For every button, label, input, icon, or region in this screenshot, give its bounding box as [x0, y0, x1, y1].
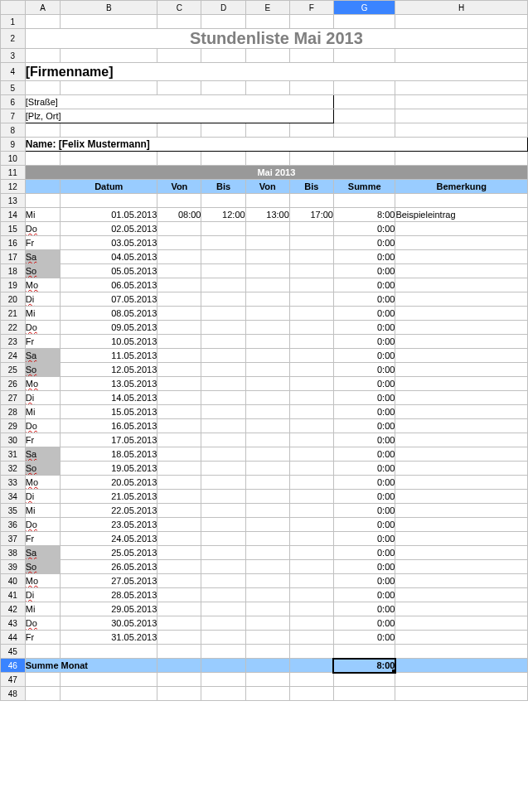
day-abbr[interactable]: Di	[25, 588, 61, 602]
row-header-7[interactable]: 7	[1, 109, 26, 123]
row-header-35[interactable]: 35	[1, 504, 26, 518]
day-abbr[interactable]: Sa	[25, 349, 61, 363]
cell[interactable]	[395, 645, 528, 659]
summe-cell[interactable]: 0:00	[333, 321, 395, 335]
date-cell[interactable]: 18.05.2013	[61, 447, 157, 462]
summe-cell[interactable]: 0:00	[333, 349, 395, 363]
cell[interactable]	[395, 687, 528, 701]
cell[interactable]	[157, 673, 201, 687]
date-cell[interactable]: 08.05.2013	[61, 307, 157, 321]
bemerkung-cell[interactable]	[395, 631, 528, 645]
von2-cell[interactable]	[245, 307, 289, 321]
summe-monat-value[interactable]: 8:00	[333, 659, 395, 673]
day-abbr[interactable]: So	[25, 363, 61, 377]
day-abbr[interactable]: Di	[25, 391, 61, 405]
von2-cell[interactable]	[245, 462, 289, 476]
bemerkung-cell[interactable]	[395, 433, 528, 447]
row-header-11[interactable]: 11	[1, 166, 26, 180]
bis2-cell[interactable]	[289, 419, 333, 433]
bemerkung-cell[interactable]	[395, 250, 528, 264]
row-header-39[interactable]: 39	[1, 560, 26, 574]
von1-cell[interactable]	[157, 321, 201, 335]
date-cell[interactable]: 01.05.2013	[61, 208, 157, 222]
day-abbr[interactable]: Fr	[25, 433, 61, 447]
cell[interactable]	[395, 123, 528, 138]
bis1-cell[interactable]	[201, 560, 245, 574]
von2-cell[interactable]	[245, 292, 289, 307]
bis1-cell[interactable]	[201, 405, 245, 419]
von2-cell[interactable]	[245, 546, 289, 560]
bis2-cell[interactable]	[289, 532, 333, 546]
cell[interactable]	[245, 645, 289, 659]
von1-cell[interactable]	[157, 349, 201, 363]
bemerkung-cell[interactable]	[395, 518, 528, 532]
summe-cell[interactable]: 0:00	[333, 560, 395, 574]
bis2-cell[interactable]	[289, 574, 333, 588]
von1-cell[interactable]	[157, 616, 201, 631]
cell[interactable]	[61, 123, 157, 138]
date-cell[interactable]: 06.05.2013	[61, 278, 157, 292]
bis1-cell[interactable]	[201, 546, 245, 560]
von2-cell[interactable]	[245, 377, 289, 391]
firm-name[interactable]: [Firmenname]	[25, 63, 527, 81]
von1-cell[interactable]	[157, 490, 201, 504]
row-header-24[interactable]: 24	[1, 349, 26, 363]
bemerkung-cell[interactable]	[395, 321, 528, 335]
row-header-33[interactable]: 33	[1, 476, 26, 490]
day-abbr[interactable]: Mo	[25, 476, 61, 490]
cell[interactable]	[25, 15, 61, 29]
cell[interactable]	[61, 49, 157, 63]
von2-cell[interactable]	[245, 602, 289, 616]
bis2-cell[interactable]	[289, 292, 333, 307]
cell[interactable]	[289, 659, 333, 673]
cell[interactable]	[25, 194, 61, 208]
summe-cell[interactable]: 0:00	[333, 518, 395, 532]
von1-cell[interactable]	[157, 518, 201, 532]
cell[interactable]	[289, 152, 333, 166]
cell[interactable]	[201, 659, 245, 673]
date-cell[interactable]: 30.05.2013	[61, 616, 157, 631]
cell[interactable]	[157, 152, 201, 166]
bis1-cell[interactable]	[201, 250, 245, 264]
bis2-cell[interactable]	[289, 264, 333, 278]
corner-cell[interactable]	[1, 1, 26, 15]
bis1-cell[interactable]	[201, 574, 245, 588]
bemerkung-cell[interactable]	[395, 307, 528, 321]
date-cell[interactable]: 17.05.2013	[61, 433, 157, 447]
von2-cell[interactable]	[245, 588, 289, 602]
cell[interactable]	[157, 194, 201, 208]
row-header-41[interactable]: 41	[1, 588, 26, 602]
von2-cell[interactable]	[245, 560, 289, 574]
day-abbr[interactable]: Do	[25, 222, 61, 236]
cell[interactable]	[333, 109, 395, 123]
day-abbr[interactable]: Mo	[25, 377, 61, 391]
row-header-2[interactable]: 2	[1, 29, 26, 49]
cell[interactable]	[201, 152, 245, 166]
bemerkung-cell[interactable]	[395, 546, 528, 560]
day-abbr[interactable]: Fr	[25, 532, 61, 546]
bemerkung-cell[interactable]	[395, 532, 528, 546]
bis2-cell[interactable]	[289, 616, 333, 631]
row-header-42[interactable]: 42	[1, 602, 26, 616]
row-header-46[interactable]: 46	[1, 659, 26, 673]
von1-cell[interactable]	[157, 264, 201, 278]
cell[interactable]	[289, 15, 333, 29]
summe-cell[interactable]: 0:00	[333, 504, 395, 518]
cell[interactable]	[61, 194, 157, 208]
summe-cell[interactable]: 0:00	[333, 602, 395, 616]
day-abbr[interactable]: Sa	[25, 447, 61, 462]
bemerkung-cell[interactable]	[395, 349, 528, 363]
cell[interactable]	[333, 81, 395, 95]
von1-cell[interactable]	[157, 250, 201, 264]
cell[interactable]	[245, 123, 289, 138]
bis2-cell[interactable]	[289, 335, 333, 349]
bemerkung-cell[interactable]	[395, 222, 528, 236]
cell[interactable]	[333, 687, 395, 701]
row-header-15[interactable]: 15	[1, 222, 26, 236]
day-abbr[interactable]: Sa	[25, 546, 61, 560]
von1-cell[interactable]	[157, 433, 201, 447]
day-abbr[interactable]: Fr	[25, 236, 61, 250]
row-header-13[interactable]: 13	[1, 194, 26, 208]
bemerkung-cell[interactable]: Beispieleintrag	[395, 208, 528, 222]
von2-cell[interactable]	[245, 335, 289, 349]
